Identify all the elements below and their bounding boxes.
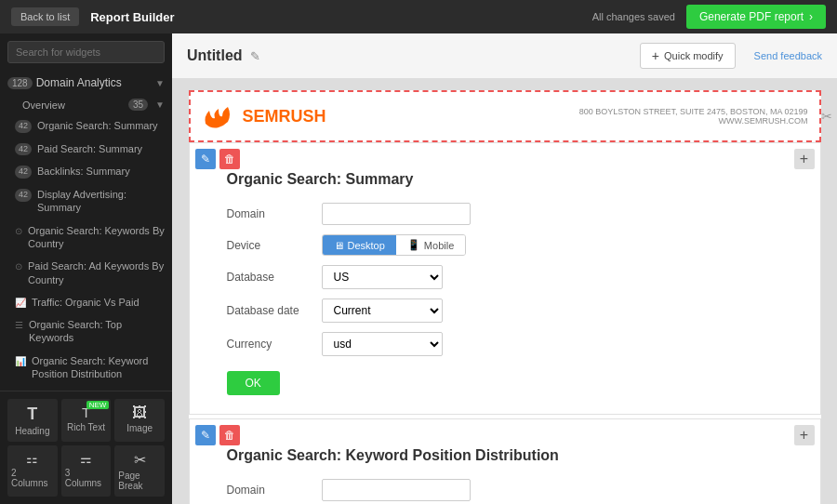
widget-2-toolbar: ✎ 🗑 — [195, 425, 240, 445]
page-title: Untitled — [187, 47, 243, 64]
three-columns-tool[interactable]: ⚎ 3 Columns — [61, 445, 112, 497]
widget-1-domain-row: Domain — [227, 203, 783, 225]
company-website: WWW.SEMRUSH.COM — [579, 116, 808, 126]
widget-2-title: Organic Search: Keyword Position Distrib… — [227, 447, 783, 464]
sidebar-search-container — [7, 41, 165, 63]
sidebar-item-label: Organic Search: Keywords By Country — [28, 224, 165, 251]
domain-analytics-chevron-icon: ▼ — [155, 78, 165, 88]
sidebar-domain-analytics-category[interactable]: 128 Domain Analytics ▼ — [0, 71, 172, 95]
semrush-logo-icon — [202, 103, 235, 129]
top-bar-right: All changes saved Generate PDF report › — [592, 5, 826, 29]
report-header: SEMRUSH 800 BOYLSTON STREET, SUITE 2475,… — [189, 90, 821, 142]
chart-line-icon: 📈 — [15, 297, 26, 309]
domain-input[interactable] — [322, 203, 471, 225]
widget-2-edit-button[interactable]: ✎ — [195, 425, 216, 445]
list-icon: ☰ — [15, 319, 23, 331]
currency-select[interactable]: usdeurgbp — [322, 332, 443, 356]
quick-modify-button[interactable]: + Quick modify — [640, 43, 736, 69]
widget-1-ok-button[interactable]: OK — [227, 371, 280, 395]
desktop-button[interactable]: 🖥 Desktop — [323, 235, 396, 255]
desktop-icon: 🖥 — [334, 240, 344, 251]
sidebar-item-backlinks-summary[interactable]: 42 Backlinks: Summary — [0, 160, 172, 183]
overview-label: Overview — [22, 99, 128, 111]
widget-1-database-row: Database USUKCA — [227, 265, 783, 289]
widget-2-add-button[interactable]: + — [794, 425, 815, 445]
quick-modify-icon: + — [652, 48, 659, 63]
rich-text-tool-label: Rich Text — [67, 422, 105, 432]
widget-1-title: Organic Search: Summary — [227, 171, 783, 188]
sidebar-item-display-advertising-summary[interactable]: 42 Display Advertising: Summary — [0, 183, 172, 219]
new-badge: NEW — [86, 401, 110, 409]
widget-1-toolbar: ✎ 🗑 — [195, 149, 240, 169]
two-columns-icon: ⚏ — [26, 451, 38, 466]
sidebar-item-label: Paid Search: Summary — [37, 142, 142, 155]
three-columns-icon: ⚎ — [80, 451, 92, 466]
report-builder-title: Report Builder — [90, 10, 174, 24]
sidebar-item-label: Display Advertising: Summary — [37, 188, 165, 215]
database-label: Database — [227, 271, 311, 284]
content-title-wrap: Untitled ✎ — [187, 47, 260, 64]
item-badge: 42 — [15, 166, 32, 179]
database-select[interactable]: USUKCA — [322, 265, 443, 289]
generate-pdf-label: Generate PDF report — [699, 10, 804, 23]
sidebar-tools: T Heading NEW T Rich Text 🖼 Image ⚏ 2 Co… — [0, 391, 172, 504]
widget-2-delete-button[interactable]: 🗑 — [219, 425, 240, 445]
send-feedback-link[interactable]: Send feedback — [754, 50, 822, 61]
scissors-icon: ✂ — [821, 109, 832, 124]
generate-pdf-button[interactable]: Generate PDF report › — [686, 5, 826, 29]
sidebar-item-traffic-organic-vs-paid[interactable]: 📈 Traffic: Organic Vs Paid — [0, 291, 172, 313]
widget-1-add-button[interactable]: + — [794, 149, 815, 169]
widget-1-edit-button[interactable]: ✎ — [195, 149, 216, 169]
rich-text-tool[interactable]: NEW T Rich Text — [61, 399, 112, 442]
widget-1-delete-button[interactable]: 🗑 — [219, 149, 240, 169]
top-bar: Back to list Report Builder All changes … — [0, 0, 837, 33]
widget-1-container: ✎ 🗑 + Organic Search: Summary Domain Dev… — [189, 142, 821, 415]
sidebar-item-organic-search-top-keywords[interactable]: ☰ Organic Search: Top Keywords — [0, 313, 172, 350]
edit-title-icon[interactable]: ✎ — [250, 49, 260, 63]
sidebar-item-paid-search-summary[interactable]: 42 Paid Search: Summary — [0, 138, 172, 161]
image-tool[interactable]: 🖼 Image — [114, 399, 165, 442]
two-columns-tool[interactable]: ⚏ 2 Columns — [7, 445, 58, 497]
search-input[interactable] — [7, 41, 165, 63]
circle-icon: ⊙ — [15, 225, 22, 237]
widget-1-database-date-row: Database date CurrentJan 2024 — [227, 298, 783, 323]
sidebar-item-paid-search-ad-keywords[interactable]: ⊙ Paid Search: Ad Keywords By Country — [0, 255, 172, 291]
sidebar-overview-category[interactable]: Overview 35 ▼ — [0, 95, 172, 114]
domain-input-2[interactable] — [322, 479, 471, 501]
widget-1-content: Organic Search: Summary Domain Device 🖥 … — [190, 143, 820, 414]
heading-tool[interactable]: T Heading — [7, 399, 58, 442]
item-badge: 42 — [15, 120, 32, 133]
two-columns-tool-label: 2 Columns — [11, 468, 54, 488]
database-date-label: Database date — [227, 304, 311, 317]
report-canvas: SEMRUSH 800 BOYLSTON STREET, SUITE 2475,… — [172, 79, 837, 504]
page-break-tool-label: Page Break — [118, 471, 161, 491]
widget-2-container: ✎ 🗑 + Organic Search: Keyword Position D… — [189, 418, 821, 504]
page-break-tool[interactable]: ✂ Page Break — [114, 445, 165, 497]
widget-2-content: Organic Search: Keyword Position Distrib… — [190, 419, 820, 504]
company-address: 800 BOYLSTON STREET, SUITE 2475, BOSTON,… — [579, 107, 808, 116]
sidebar-item-label: Paid Search: Ad Keywords By Country — [28, 259, 165, 286]
sidebar-item-keyword-position-distribution[interactable]: 📊 Organic Search: Keyword Position Distr… — [0, 350, 172, 386]
item-badge: 42 — [15, 189, 32, 202]
semrush-logo-text: SEMRUSH — [243, 107, 326, 126]
device-label: Device — [227, 239, 311, 252]
sidebar: 128 Domain Analytics ▼ Overview 35 ▼ 42 … — [0, 33, 172, 504]
mobile-button[interactable]: 📱 Mobile — [396, 235, 465, 255]
sidebar-item-label: Organic Search: Keyword Position Distrib… — [32, 354, 165, 381]
content-header: Untitled ✎ + Quick modify Send feedback — [172, 33, 837, 79]
sidebar-items-list: 42 Organic Search: Summary 42 Paid Searc… — [0, 114, 172, 391]
all-changes-saved-label: All changes saved — [592, 11, 675, 22]
database-date-select[interactable]: CurrentJan 2024 — [322, 298, 443, 323]
device-toggle: 🖥 Desktop 📱 Mobile — [322, 234, 467, 256]
bar-chart-icon: 📊 — [15, 355, 26, 367]
image-tool-label: Image — [126, 423, 153, 433]
widget-2-domain-row: Domain — [227, 479, 783, 501]
sidebar-item-label: Backlinks: Summary — [37, 165, 130, 178]
report-page: SEMRUSH 800 BOYLSTON STREET, SUITE 2475,… — [189, 90, 821, 504]
sidebar-item-organic-search-summary[interactable]: 42 Organic Search: Summary — [0, 114, 172, 138]
back-to-list-button[interactable]: Back to list — [11, 7, 79, 26]
sidebar-item-organic-search-keywords-by-country[interactable]: ⊙ Organic Search: Keywords By Country — [0, 219, 172, 256]
quick-modify-label: Quick modify — [664, 50, 724, 61]
sidebar-item-label: Organic Search: Summary — [37, 119, 158, 132]
heading-tool-label: Heading — [15, 426, 49, 436]
